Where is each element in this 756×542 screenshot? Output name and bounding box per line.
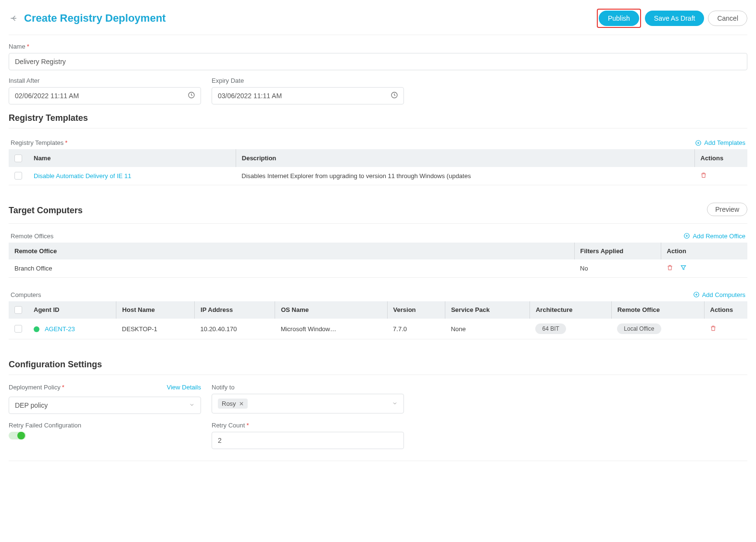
- remote-offices-sub: Remote Offices: [11, 232, 53, 240]
- col-description: Description: [236, 149, 694, 167]
- install-after-input[interactable]: [9, 87, 201, 104]
- status-dot-icon: [34, 326, 39, 332]
- clock-icon[interactable]: [391, 91, 398, 101]
- template-description: Disables Internet Explorer from upgradin…: [236, 167, 694, 185]
- col-filters: Filters Applied: [574, 243, 661, 259]
- trash-icon[interactable]: [700, 173, 707, 180]
- col-os: OS Name: [275, 301, 387, 319]
- page-title: Create Registry Deployment: [24, 12, 166, 25]
- view-details-link[interactable]: View Details: [167, 384, 201, 391]
- office-name: Branch Office: [9, 259, 574, 278]
- clock-icon[interactable]: [188, 91, 195, 101]
- col-office: Remote Office: [611, 301, 704, 319]
- host-name: DESKTOP-1: [116, 319, 195, 339]
- filter-icon[interactable]: [680, 264, 687, 272]
- name-label: Name: [9, 43, 747, 50]
- policy-label: Deployment Policy: [9, 384, 64, 391]
- agent-link[interactable]: AGENT-23: [45, 325, 75, 333]
- col-version: Version: [387, 301, 445, 319]
- target-computers-heading: Target Computers: [9, 206, 83, 216]
- registry-templates-table: Name Description Actions Disable Automat…: [9, 149, 747, 185]
- col-agent: Agent ID: [28, 301, 116, 319]
- registry-templates-heading: Registry Templates: [9, 113, 747, 123]
- config-heading: Configuration Settings: [9, 360, 747, 370]
- notify-token-text: Rosy: [222, 400, 236, 407]
- os-name: Microsoft Window…: [275, 319, 387, 339]
- col-name: Name: [28, 149, 236, 167]
- add-templates-text: Add Templates: [704, 139, 745, 146]
- preview-button[interactable]: Preview: [707, 203, 747, 216]
- col-action: Action: [661, 243, 747, 259]
- remote-offices-table: Remote Office Filters Applied Action Bra…: [9, 243, 747, 278]
- arch-badge: 64 BIT: [535, 323, 566, 334]
- retry-failed-label: Retry Failed Configuration: [9, 422, 201, 429]
- office-row: Branch Office No: [9, 259, 747, 278]
- select-all-computers[interactable]: [14, 306, 22, 314]
- policy-value: DEP policy: [15, 401, 48, 409]
- col-actions: Actions: [694, 149, 747, 167]
- notify-select[interactable]: Rosy ✕: [212, 394, 404, 413]
- col-actions2: Actions: [704, 301, 747, 319]
- office-badge: Local Office: [617, 323, 661, 334]
- template-link[interactable]: Disable Automatic Delivery of IE 11: [34, 172, 131, 180]
- service-pack: None: [445, 319, 529, 339]
- publish-button[interactable]: Publish: [599, 11, 639, 26]
- close-icon[interactable]: ✕: [239, 400, 244, 407]
- policy-select[interactable]: DEP policy: [9, 397, 201, 414]
- col-host: Host Name: [116, 301, 195, 319]
- retry-count-input[interactable]: [212, 432, 404, 449]
- notify-token: Rosy ✕: [218, 399, 248, 409]
- col-remote-office: Remote Office: [9, 243, 574, 259]
- col-sp: Service Pack: [445, 301, 529, 319]
- chevron-down-icon: [392, 400, 398, 408]
- col-ip: IP Address: [195, 301, 275, 319]
- expiry-date-input[interactable]: [212, 87, 404, 104]
- trash-icon[interactable]: [710, 326, 717, 333]
- ip-address: 10.20.40.170: [195, 319, 275, 339]
- add-computers-text: Add Computers: [702, 291, 745, 298]
- name-input[interactable]: [9, 53, 747, 70]
- registry-templates-sub: Registry Templates: [11, 139, 67, 146]
- col-arch: Architecture: [529, 301, 611, 319]
- add-templates-link[interactable]: Add Templates: [695, 139, 745, 146]
- publish-highlight: Publish: [597, 9, 641, 28]
- template-row: Disable Automatic Delivery of IE 11 Disa…: [9, 167, 747, 185]
- retry-count-label: Retry Count: [212, 422, 404, 429]
- cancel-button[interactable]: Cancel: [708, 11, 747, 26]
- row-checkbox[interactable]: [14, 172, 22, 180]
- expiry-date-label: Expiry Date: [212, 77, 404, 84]
- add-remote-office-text: Add Remote Office: [693, 232, 745, 240]
- save-draft-button[interactable]: Save As Draft: [645, 11, 705, 26]
- version: 7.7.0: [387, 319, 445, 339]
- computer-row: AGENT-23 DESKTOP-1 10.20.40.170 Microsof…: [9, 319, 747, 339]
- row-checkbox[interactable]: [14, 325, 22, 333]
- computers-table: Agent ID Host Name IP Address OS Name Ve…: [9, 301, 747, 340]
- add-computers-link[interactable]: Add Computers: [693, 291, 745, 298]
- add-remote-office-link[interactable]: Add Remote Office: [683, 232, 745, 240]
- chevron-down-icon: [189, 401, 195, 409]
- select-all-checkbox[interactable]: [14, 155, 22, 162]
- notify-label: Notify to: [212, 384, 404, 391]
- retry-failed-toggle[interactable]: [9, 432, 26, 439]
- computers-sub: Computers: [11, 291, 41, 298]
- back-icon[interactable]: [9, 13, 19, 24]
- install-after-label: Install After: [9, 77, 201, 84]
- trash-icon[interactable]: [667, 264, 673, 272]
- office-filters: No: [574, 259, 661, 278]
